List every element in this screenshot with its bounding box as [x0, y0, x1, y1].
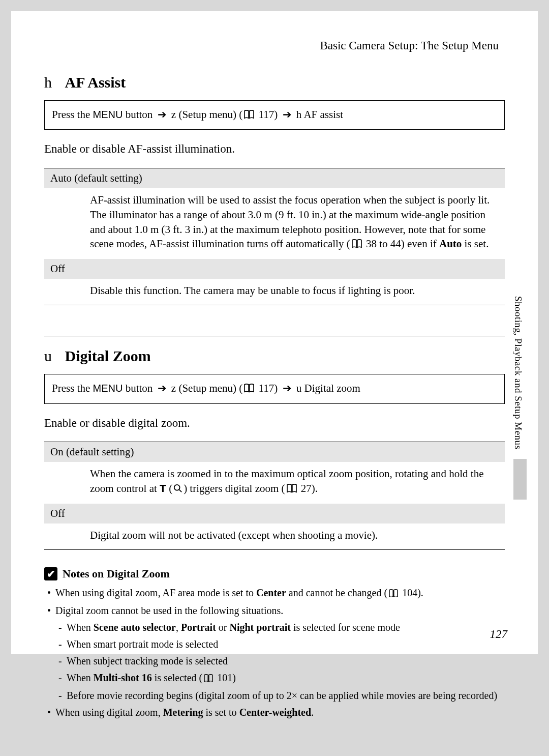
arrow-icon: ➔ [283, 108, 292, 120]
arrow-icon: ➔ [283, 382, 292, 394]
list-item: When Scene auto selector, Portrait or Ni… [55, 620, 505, 635]
book-icon [388, 587, 399, 601]
list-item: When using digital zoom, Metering is set… [44, 705, 505, 720]
af-assist-nav-path: Press the MENU button ➔ z (Setup menu) (… [44, 100, 505, 130]
table-row: On (default setting) When the camera is … [44, 442, 505, 504]
notes-sublist: When Scene auto selector, Portrait or Ni… [55, 620, 505, 703]
side-chapter-label: Shooting, Playback and Setup Menus [512, 296, 524, 449]
table-row: Auto (default setting) AF-assist illumin… [44, 168, 505, 259]
manual-page: Basic Camera Setup: The Setup Menu h AF … [11, 11, 538, 654]
list-item: Digital zoom cannot be used in the follo… [44, 603, 505, 703]
af-assist-title: AF Assist [65, 74, 126, 91]
book-icon [286, 482, 297, 497]
side-tab-marker [513, 459, 527, 500]
option-description: AF-assist illumination will be used to a… [44, 189, 505, 259]
notes-list: When using digital zoom, AF area mode is… [44, 586, 505, 720]
arrow-icon: ➔ [158, 108, 167, 120]
check-badge-icon: ✔ [44, 567, 57, 580]
list-item: When subject tracking mode is selected [55, 654, 505, 668]
option-label: Off [44, 504, 505, 524]
menu-button-label: MENU [93, 383, 123, 394]
digital-zoom-options-table: On (default setting) When the camera is … [44, 442, 505, 550]
option-label: Off [44, 259, 505, 279]
book-icon [203, 672, 214, 686]
option-description: Disable this function. The camera may be… [44, 279, 505, 305]
section-divider [44, 336, 505, 336]
option-label: Auto (default setting) [44, 168, 505, 189]
list-item: When Multi-shot 16 is selected ( 101) [55, 671, 505, 686]
list-item: When smart portrait mode is selected [55, 637, 505, 652]
table-row: Off Digital zoom will not be activated (… [44, 504, 505, 549]
list-item: When using digital zoom, AF area mode is… [44, 586, 505, 601]
option-description: When the camera is zoomed in to the maxi… [44, 462, 505, 504]
table-row: Off Disable this function. The camera ma… [44, 259, 505, 305]
digital-zoom-nav-path: Press the MENU button ➔ z (Setup menu) (… [44, 374, 505, 403]
af-assist-prefix: h [44, 74, 52, 91]
af-assist-intro: Enable or disable AF-assist illumination… [44, 141, 505, 157]
option-label: On (default setting) [44, 442, 505, 462]
notes-section: ✔ Notes on Digital Zoom When using digit… [44, 567, 505, 720]
book-icon [243, 382, 255, 397]
page-number: 127 [490, 628, 508, 641]
book-icon [243, 108, 255, 123]
menu-button-label: MENU [93, 109, 123, 120]
arrow-icon: ➔ [158, 382, 167, 394]
digital-zoom-heading: u Digital Zoom [44, 347, 505, 365]
page-header: Basic Camera Setup: The Setup Menu [44, 39, 505, 52]
list-item: Before movie recording begins (digital z… [55, 688, 505, 703]
digital-zoom-intro: Enable or disable digital zoom. [44, 415, 505, 431]
digital-zoom-title: Digital Zoom [65, 347, 151, 364]
magnify-icon [173, 482, 182, 497]
af-assist-heading: h AF Assist [44, 74, 505, 91]
option-description: Digital zoom will not be activated (exce… [44, 524, 505, 549]
af-assist-options-table: Auto (default setting) AF-assist illumin… [44, 168, 505, 306]
digital-zoom-prefix: u [44, 347, 52, 364]
book-icon [351, 238, 362, 252]
notes-heading: ✔ Notes on Digital Zoom [44, 567, 505, 580]
